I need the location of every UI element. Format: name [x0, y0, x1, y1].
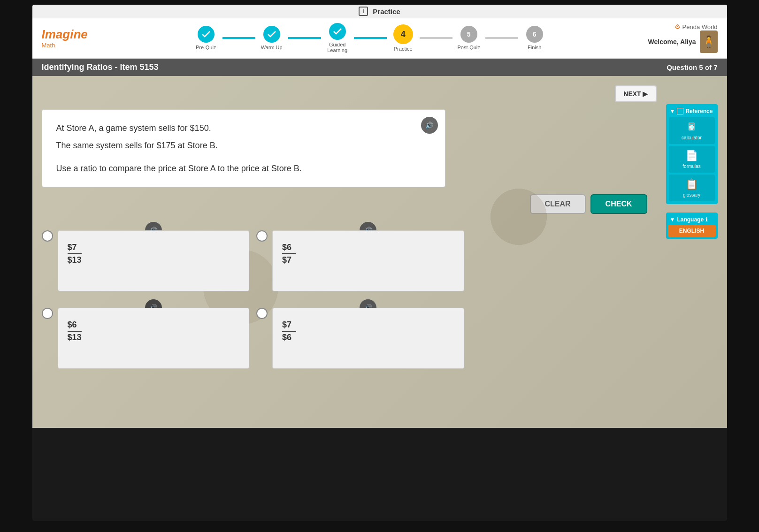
welcome-text: Welcome, Aliya — [648, 38, 696, 46]
reference-checkbox — [677, 108, 683, 114]
option-b-radio[interactable] — [256, 230, 268, 242]
english-button[interactable]: ENGLISH — [668, 225, 716, 237]
step-label-postquiz: Post-Quiz — [452, 45, 485, 50]
option-a: 🔊 $7 $13 — [42, 221, 250, 291]
question-audio-button[interactable]: 🔊 — [421, 117, 438, 134]
option-b-fraction: $6 $7 — [282, 243, 454, 265]
option-a-denominator: $13 — [68, 254, 82, 265]
step-circle-prequiz — [198, 26, 215, 43]
progress-steps: Pre-Quiz Warm Up Guided Learning — [190, 23, 551, 53]
option-d-box: $7 $6 — [272, 308, 464, 369]
option-b: 🔊 $6 $7 — [256, 221, 464, 291]
step-postquiz: 5 Post-Quiz — [452, 26, 485, 50]
subtitle-title: Identifying Ratios - Item 5153 — [42, 62, 159, 72]
formulas-label: formulas — [682, 164, 700, 169]
connector-5 — [485, 37, 518, 39]
language-panel: ▼ Language ℹ ENGLISH — [666, 213, 718, 239]
step-circle-guided — [329, 23, 346, 40]
avatar-area: Welcome, Aliya 🧍 — [648, 30, 718, 53]
option-a-radio[interactable] — [42, 230, 53, 242]
penda-world-label: Penda World — [682, 23, 718, 30]
option-d-denominator: $6 — [282, 332, 291, 342]
step-finish: 6 Finish — [518, 26, 551, 50]
connector-2 — [288, 37, 321, 39]
question-area: NEXT ▶ 🔊 At Store A, a game system sells… — [42, 85, 657, 418]
option-c-box: $6 $13 — [58, 308, 250, 369]
option-c-numerator: $6 — [68, 320, 82, 332]
reference-panel: ▼ Reference 🖩 calculator 📄 formulas 📋 — [666, 104, 718, 204]
top-bar: i Practice — [32, 5, 727, 18]
step-guided: Guided Learning — [321, 23, 354, 53]
step-label-prequiz: Pre-Quiz — [190, 45, 222, 50]
reference-header[interactable]: ▼ Reference — [668, 106, 716, 116]
calculator-button[interactable]: 🖩 calculator — [669, 117, 715, 144]
step-circle-finish: 6 — [526, 26, 543, 43]
option-b-denominator: $7 — [282, 254, 291, 265]
option-d: 🔊 $7 $6 — [256, 298, 464, 369]
option-a-box: $7 $13 — [58, 230, 250, 291]
option-b-numerator: $6 — [282, 243, 296, 254]
option-c-denominator: $13 — [68, 332, 82, 342]
glossary-button[interactable]: 📋 glossary — [669, 175, 715, 201]
option-d-fraction: $7 $6 — [282, 320, 454, 342]
option-c-radio[interactable] — [42, 308, 53, 319]
practice-icon: i — [359, 7, 368, 16]
option-a-numerator: $7 — [68, 243, 82, 254]
question-box: 🔊 At Store A, a game system sells for $1… — [42, 109, 445, 187]
formulas-icon: 📄 — [685, 150, 698, 162]
question-text-line3: Use a ratio to compare the price at Stor… — [56, 162, 431, 175]
option-c: 🔊 $6 $13 — [42, 298, 250, 369]
right-header: ⚙ Penda World Welcome, Aliya 🧍 — [648, 23, 718, 53]
question-text-line1: At Store A, a game system sells for $150… — [56, 122, 431, 135]
step-label-finish: Finish — [518, 45, 551, 50]
header: Imagine Math Pre-Quiz Warm — [32, 18, 727, 59]
option-d-numerator: $7 — [282, 320, 296, 332]
step-warmup: Warm Up — [255, 26, 288, 50]
reference-label: Reference — [685, 108, 713, 114]
step-practice: 4 Practice — [387, 24, 420, 52]
glossary-label: glossary — [683, 192, 700, 198]
question-num: Question 5 of 7 — [667, 63, 717, 71]
reference-chevron: ▼ — [670, 108, 675, 114]
connector-1 — [222, 37, 255, 39]
calculator-icon: 🖩 — [687, 121, 697, 133]
option-a-fraction: $7 $13 — [68, 243, 240, 265]
penda-icon: ⚙ — [675, 23, 681, 30]
ratio-word: ratio — [81, 164, 97, 173]
top-bar-title: Practice — [373, 8, 400, 15]
option-d-radio[interactable] — [256, 308, 268, 319]
action-buttons: CLEAR CHECK — [42, 194, 657, 214]
option-b-box: $6 $7 — [272, 230, 464, 291]
step-circle-warmup — [263, 26, 280, 43]
step-label-warmup: Warm Up — [255, 45, 288, 50]
option-c-fraction: $6 $13 — [68, 320, 240, 342]
step-label-practice: Practice — [387, 46, 420, 52]
avatar: 🧍 — [700, 30, 718, 53]
formulas-button[interactable]: 📄 formulas — [669, 146, 715, 173]
progress-area: Pre-Quiz Warm Up Guided Learning — [107, 23, 634, 53]
options-grid: 🔊 $7 $13 🔊 — [42, 221, 464, 369]
language-chevron: ▼ — [670, 216, 675, 223]
glossary-icon: 📋 — [685, 178, 698, 190]
logo-math: Math — [42, 42, 88, 49]
step-circle-practice: 4 — [393, 24, 413, 44]
logo-imagine: Imagine — [42, 27, 88, 42]
logo-area: Imagine Math — [42, 27, 88, 49]
language-info-icon: ℹ — [705, 217, 707, 223]
step-circle-postquiz: 5 — [460, 26, 477, 43]
step-prequiz: Pre-Quiz — [190, 26, 222, 50]
main-content: NEXT ▶ 🔊 At Store A, a game system sells… — [32, 76, 727, 428]
step-label-guided: Guided Learning — [321, 42, 354, 53]
subtitle-bar: Identifying Ratios - Item 5153 Question … — [32, 59, 727, 76]
clear-button[interactable]: CLEAR — [530, 194, 586, 214]
language-header[interactable]: ▼ Language ℹ — [668, 214, 716, 225]
connector-3 — [354, 37, 387, 39]
next-button[interactable]: NEXT ▶ — [615, 85, 656, 102]
check-button[interactable]: CHECK — [590, 194, 647, 214]
calculator-label: calculator — [682, 135, 702, 140]
connector-4 — [420, 37, 452, 39]
language-label: Language — [677, 216, 704, 223]
question-text-line2: The same system sells for $175 at Store … — [56, 139, 431, 152]
penda-world: ⚙ Penda World — [675, 23, 718, 30]
